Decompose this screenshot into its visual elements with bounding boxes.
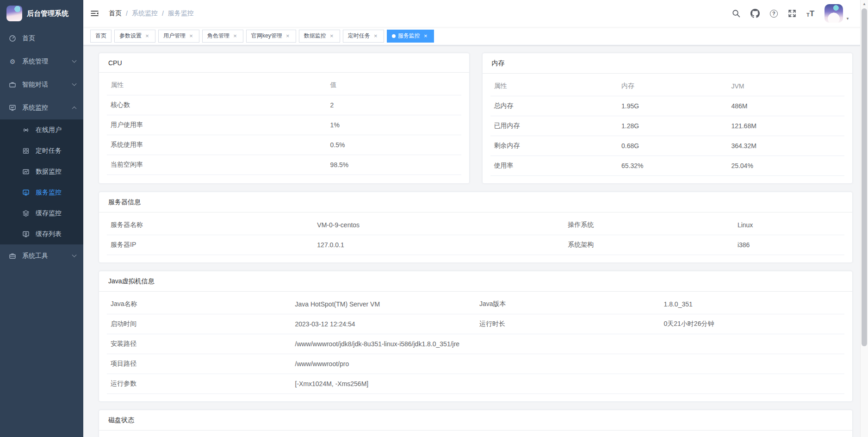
sidebar-item-ai-chat[interactable]: 智能对话 <box>0 73 83 96</box>
tab-data-monitor[interactable]: 数据监控 × <box>299 30 340 43</box>
user-menu[interactable]: ▼ <box>825 4 849 23</box>
tab-label: 服务监控 <box>398 32 420 40</box>
sidebar-item-label: 系统管理 <box>22 57 48 66</box>
breadcrumb-home[interactable]: 首页 <box>109 9 122 18</box>
search-icon[interactable] <box>732 9 740 18</box>
monitor-bars-icon <box>22 189 30 196</box>
tab-sitekey-mgmt[interactable]: 官网key管理 × <box>246 30 296 43</box>
tab-user-mgmt[interactable]: 用户管理 × <box>158 30 199 43</box>
sidebar-item-cache-monitor[interactable]: 缓存监控 <box>0 203 83 224</box>
gear-icon: ⚙ <box>9 58 16 65</box>
breadcrumb-system-monitor: 系统监控 <box>132 9 158 18</box>
main-area: 首页 / 系统监控 / 服务监控 ? <box>83 0 868 437</box>
app-logo[interactable]: 后台管理系统 <box>0 0 83 27</box>
cell-label: 用户使用率 <box>107 115 327 135</box>
jvm-info-card: Java虚拟机信息 Java名称 Java HotSpot(TM) Server… <box>99 271 853 402</box>
column-header: 属性 <box>490 76 618 96</box>
close-icon[interactable]: × <box>422 32 429 39</box>
close-icon[interactable]: × <box>188 32 194 39</box>
table-row: 安装路径 /www/wwwroot/jdk8/jdk-8u351-linux-i… <box>107 334 844 354</box>
sidebar-item-label: 系统工具 <box>22 252 48 260</box>
sidebar-item-system-monitor[interactable]: 系统监控 <box>0 96 83 119</box>
font-size-large-glyph: T <box>810 10 814 18</box>
navbar-actions: ? TT ▼ <box>732 4 849 23</box>
github-icon[interactable] <box>750 9 760 18</box>
sidebar-item-system-mgmt[interactable]: ⚙ 系统管理 <box>0 50 83 73</box>
fullscreen-icon[interactable] <box>788 9 796 18</box>
cell-label: Java版本 <box>476 294 660 314</box>
sidebar-item-label: 缓存监控 <box>36 209 62 218</box>
tab-role-mgmt[interactable]: 角色管理 × <box>202 30 243 43</box>
cell-label: 系统架构 <box>564 235 734 255</box>
column-header: 盘符路径 <box>107 433 212 437</box>
cell-value: 2 <box>327 95 461 115</box>
help-icon[interactable]: ? <box>770 10 778 18</box>
cell-value: 1% <box>327 115 461 135</box>
table-row: 服务器名称 VM-0-9-centos 操作系统 Linux <box>107 215 844 235</box>
disk-table: 盘符路径 文件系统 盘符类型 总大小 可用大小 已用大小 已用百分比 / ext… <box>107 433 844 437</box>
sidebar: 后台管理系统 首页 ⚙ 系统管理 智能对话 <box>0 0 83 437</box>
tags-view-bar: 首页 参数设置 × 用户管理 × 角色管理 × 官网key管理 × 数据监控 × <box>83 27 868 45</box>
tab-service-monitor[interactable]: 服务监控 × <box>387 30 434 43</box>
cell-label: 操作系统 <box>564 215 734 235</box>
scrollbar-up-arrow[interactable]: ▲ <box>861 0 868 7</box>
cell-label: 总内存 <box>490 96 618 116</box>
caret-down-icon: ▼ <box>846 17 849 23</box>
sidebar-item-online-users[interactable]: 在线用户 <box>0 119 83 140</box>
cpu-card: CPU 属性 值 核心数 2 <box>99 53 470 184</box>
sidebar-item-label: 在线用户 <box>36 126 62 134</box>
cell-value: 65.32% <box>618 156 727 176</box>
cell-label: 系统使用率 <box>107 135 327 155</box>
table-header-row: 属性 值 <box>107 75 461 95</box>
toolbox-icon <box>9 252 16 260</box>
chevron-down-icon <box>72 81 77 86</box>
close-icon[interactable]: × <box>285 32 291 39</box>
tab-param-settings[interactable]: 参数设置 × <box>114 30 155 43</box>
page-content: CPU 属性 值 核心数 2 <box>83 45 868 437</box>
scrollbar-thumb[interactable] <box>862 8 867 346</box>
close-icon[interactable]: × <box>372 32 379 39</box>
avatar[interactable] <box>825 4 843 23</box>
cell-value: 127.0.0.1 <box>313 235 564 255</box>
tab-scheduled-tasks[interactable]: 定时任务 × <box>343 30 384 43</box>
cell-value: Linux <box>734 215 844 235</box>
close-icon[interactable]: × <box>232 32 238 39</box>
sidebar-item-data-monitor[interactable]: 数据监控 <box>0 161 83 182</box>
top-cards-row: CPU 属性 值 核心数 2 <box>99 53 853 184</box>
column-header: 值 <box>327 75 461 95</box>
disk-status-title: 磁盘状态 <box>99 410 852 431</box>
sidebar-item-system-tools[interactable]: 系统工具 <box>0 244 83 268</box>
cell-label: 使用率 <box>490 156 618 176</box>
cell-value: 1.8.0_351 <box>660 294 845 314</box>
cell-label: 安装路径 <box>107 334 291 354</box>
jvm-info-table-wrap: Java名称 Java HotSpot(TM) Server VM Java版本… <box>99 292 852 401</box>
font-size-icon[interactable]: TT <box>806 10 814 18</box>
sidebar-nav: 首页 ⚙ 系统管理 智能对话 <box>0 27 83 268</box>
memory-table-wrap: 属性 内存 JVM 总内存 1.95G 486M 已用内存 <box>483 74 853 183</box>
signal-icon <box>22 126 30 134</box>
close-icon[interactable]: × <box>144 32 150 39</box>
jvm-info-title: Java虚拟机信息 <box>99 271 852 292</box>
memory-card-title: 内存 <box>483 53 853 74</box>
briefcase-icon <box>9 81 16 88</box>
window-scrollbar[interactable]: ▲ <box>860 0 868 437</box>
sidebar-toggle-button[interactable] <box>83 0 106 27</box>
cell-label: 已用内存 <box>490 116 618 136</box>
column-header: 内存 <box>618 76 727 96</box>
cell-value: 364.32M <box>727 136 844 156</box>
sidebar-item-home[interactable]: 首页 <box>0 27 83 50</box>
close-icon[interactable]: × <box>329 32 335 39</box>
layers-icon <box>22 210 30 217</box>
sidebar-item-scheduled-tasks[interactable]: 定时任务 <box>0 140 83 161</box>
tab-label: 官网key管理 <box>251 32 282 40</box>
cell-value: 0.68G <box>618 136 727 156</box>
table-row: 启动时间 2023-03-12 12:24:54 运行时长 0天21小时26分钟 <box>107 314 844 334</box>
sidebar-item-cache-list[interactable]: 缓存列表 <box>0 224 83 244</box>
sidebar-item-service-monitor[interactable]: 服务监控 <box>0 182 83 203</box>
disk-status-card: 磁盘状态 盘符路径 文件系统 盘符类型 总大小 可用大小 已用大小 已用百分比 <box>99 410 853 437</box>
tab-home[interactable]: 首页 <box>90 30 112 43</box>
cell-label: 项目路径 <box>107 354 291 374</box>
breadcrumb-service-monitor: 服务监控 <box>168 9 194 18</box>
monitor-icon <box>9 104 16 112</box>
logo-image <box>6 6 22 21</box>
